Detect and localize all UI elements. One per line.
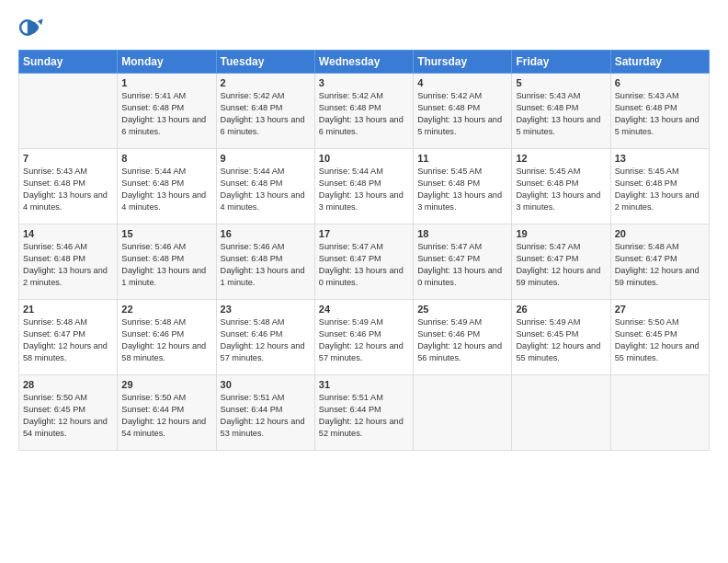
day-cell: 1Sunrise: 5:41 AM Sunset: 6:48 PM Daylig… [118, 74, 216, 149]
day-number: 23 [221, 304, 311, 315]
day-info: Sunrise: 5:47 AM Sunset: 6:47 PM Dayligh… [319, 241, 409, 289]
day-info: Sunrise: 5:41 AM Sunset: 6:48 PM Dayligh… [121, 90, 211, 138]
day-number: 16 [221, 228, 311, 239]
day-cell: 2Sunrise: 5:42 AM Sunset: 6:48 PM Daylig… [216, 74, 314, 149]
day-number: 11 [417, 153, 507, 164]
day-number: 27 [615, 304, 705, 315]
logo [18, 15, 48, 40]
day-cell: 23Sunrise: 5:48 AM Sunset: 6:46 PM Dayli… [216, 300, 314, 375]
day-number: 20 [615, 228, 705, 239]
day-info: Sunrise: 5:51 AM Sunset: 6:44 PM Dayligh… [319, 392, 409, 440]
day-number: 9 [221, 153, 311, 164]
day-cell: 30Sunrise: 5:51 AM Sunset: 6:44 PM Dayli… [216, 375, 314, 451]
day-cell: 20Sunrise: 5:48 AM Sunset: 6:47 PM Dayli… [610, 224, 709, 300]
week-row-4: 21Sunrise: 5:48 AM Sunset: 6:47 PM Dayli… [19, 300, 710, 375]
day-info: Sunrise: 5:50 AM Sunset: 6:45 PM Dayligh… [615, 316, 705, 364]
day-cell: 17Sunrise: 5:47 AM Sunset: 6:47 PM Dayli… [314, 224, 413, 300]
day-info: Sunrise: 5:43 AM Sunset: 6:48 PM Dayligh… [23, 166, 113, 213]
day-info: Sunrise: 5:48 AM Sunset: 6:47 PM Dayligh… [23, 316, 113, 364]
day-number: 1 [121, 77, 211, 88]
day-cell: 21Sunrise: 5:48 AM Sunset: 6:47 PM Dayli… [19, 300, 118, 375]
day-cell: 10Sunrise: 5:44 AM Sunset: 6:48 PM Dayli… [314, 149, 413, 224]
col-header-saturday: Saturday [610, 51, 709, 74]
day-cell [610, 375, 709, 451]
day-cell: 5Sunrise: 5:43 AM Sunset: 6:48 PM Daylig… [512, 74, 610, 149]
day-cell: 19Sunrise: 5:47 AM Sunset: 6:47 PM Dayli… [512, 224, 610, 300]
week-row-1: 1Sunrise: 5:41 AM Sunset: 6:48 PM Daylig… [19, 74, 710, 149]
day-info: Sunrise: 5:47 AM Sunset: 6:47 PM Dayligh… [417, 241, 507, 289]
day-cell: 22Sunrise: 5:48 AM Sunset: 6:46 PM Dayli… [118, 300, 216, 375]
day-cell: 4Sunrise: 5:42 AM Sunset: 6:48 PM Daylig… [414, 74, 512, 149]
day-info: Sunrise: 5:50 AM Sunset: 6:44 PM Dayligh… [121, 392, 211, 440]
day-number: 25 [417, 304, 507, 315]
day-info: Sunrise: 5:48 AM Sunset: 6:46 PM Dayligh… [121, 316, 211, 364]
day-info: Sunrise: 5:48 AM Sunset: 6:47 PM Dayligh… [615, 241, 705, 289]
col-header-sunday: Sunday [19, 51, 118, 74]
day-cell [512, 375, 610, 451]
day-info: Sunrise: 5:49 AM Sunset: 6:46 PM Dayligh… [319, 316, 409, 364]
day-number: 31 [319, 379, 409, 390]
day-cell [414, 375, 512, 451]
day-info: Sunrise: 5:51 AM Sunset: 6:44 PM Dayligh… [221, 392, 311, 440]
day-info: Sunrise: 5:43 AM Sunset: 6:48 PM Dayligh… [615, 90, 705, 138]
day-number: 6 [615, 77, 705, 88]
day-number: 10 [319, 153, 409, 164]
day-number: 5 [516, 77, 606, 88]
day-info: Sunrise: 5:49 AM Sunset: 6:45 PM Dayligh… [516, 316, 606, 364]
day-info: Sunrise: 5:46 AM Sunset: 6:48 PM Dayligh… [121, 241, 211, 289]
col-header-friday: Friday [512, 51, 610, 74]
day-info: Sunrise: 5:46 AM Sunset: 6:48 PM Dayligh… [221, 241, 311, 289]
day-number: 19 [516, 228, 606, 239]
header [18, 15, 710, 40]
day-info: Sunrise: 5:45 AM Sunset: 6:48 PM Dayligh… [516, 166, 606, 213]
day-cell: 9Sunrise: 5:44 AM Sunset: 6:48 PM Daylig… [216, 149, 314, 224]
day-number: 4 [417, 77, 507, 88]
day-number: 24 [319, 304, 409, 315]
day-info: Sunrise: 5:47 AM Sunset: 6:47 PM Dayligh… [516, 241, 606, 289]
day-number: 28 [23, 379, 113, 390]
week-row-3: 14Sunrise: 5:46 AM Sunset: 6:48 PM Dayli… [19, 224, 710, 300]
day-cell: 3Sunrise: 5:42 AM Sunset: 6:48 PM Daylig… [314, 74, 413, 149]
day-cell: 18Sunrise: 5:47 AM Sunset: 6:47 PM Dayli… [414, 224, 512, 300]
day-info: Sunrise: 5:42 AM Sunset: 6:48 PM Dayligh… [319, 90, 409, 138]
day-number: 3 [319, 77, 409, 88]
day-number: 17 [319, 228, 409, 239]
day-number: 15 [121, 228, 211, 239]
day-number: 8 [121, 153, 211, 164]
col-header-wednesday: Wednesday [314, 51, 413, 74]
day-number: 12 [516, 153, 606, 164]
day-number: 7 [23, 153, 113, 164]
day-number: 26 [516, 304, 606, 315]
day-info: Sunrise: 5:45 AM Sunset: 6:48 PM Dayligh… [615, 166, 705, 213]
day-cell: 24Sunrise: 5:49 AM Sunset: 6:46 PM Dayli… [314, 300, 413, 375]
day-info: Sunrise: 5:44 AM Sunset: 6:48 PM Dayligh… [221, 166, 311, 213]
day-cell: 31Sunrise: 5:51 AM Sunset: 6:44 PM Dayli… [314, 375, 413, 451]
day-info: Sunrise: 5:49 AM Sunset: 6:46 PM Dayligh… [417, 316, 507, 364]
col-header-monday: Monday [118, 51, 216, 74]
day-cell: 16Sunrise: 5:46 AM Sunset: 6:48 PM Dayli… [216, 224, 314, 300]
day-info: Sunrise: 5:42 AM Sunset: 6:48 PM Dayligh… [221, 90, 311, 138]
day-cell: 29Sunrise: 5:50 AM Sunset: 6:44 PM Dayli… [118, 375, 216, 451]
day-cell: 13Sunrise: 5:45 AM Sunset: 6:48 PM Dayli… [610, 149, 709, 224]
day-info: Sunrise: 5:43 AM Sunset: 6:48 PM Dayligh… [516, 90, 606, 138]
day-number: 14 [23, 228, 113, 239]
day-cell: 11Sunrise: 5:45 AM Sunset: 6:48 PM Dayli… [414, 149, 512, 224]
day-number: 18 [417, 228, 507, 239]
calendar-table: SundayMondayTuesdayWednesdayThursdayFrid… [18, 50, 710, 451]
day-info: Sunrise: 5:44 AM Sunset: 6:48 PM Dayligh… [121, 166, 211, 213]
col-header-tuesday: Tuesday [216, 51, 314, 74]
day-info: Sunrise: 5:42 AM Sunset: 6:48 PM Dayligh… [417, 90, 507, 138]
day-cell: 14Sunrise: 5:46 AM Sunset: 6:48 PM Dayli… [19, 224, 118, 300]
day-cell: 8Sunrise: 5:44 AM Sunset: 6:48 PM Daylig… [118, 149, 216, 224]
day-info: Sunrise: 5:46 AM Sunset: 6:48 PM Dayligh… [23, 241, 113, 289]
day-cell [19, 74, 118, 149]
day-cell: 26Sunrise: 5:49 AM Sunset: 6:45 PM Dayli… [512, 300, 610, 375]
day-number: 13 [615, 153, 705, 164]
day-number: 29 [121, 379, 211, 390]
page: SundayMondayTuesdayWednesdayThursdayFrid… [0, 0, 728, 563]
day-cell: 6Sunrise: 5:43 AM Sunset: 6:48 PM Daylig… [610, 74, 709, 149]
logo-icon [18, 15, 44, 40]
day-number: 30 [221, 379, 311, 390]
day-info: Sunrise: 5:48 AM Sunset: 6:46 PM Dayligh… [221, 316, 311, 364]
day-number: 22 [121, 304, 211, 315]
